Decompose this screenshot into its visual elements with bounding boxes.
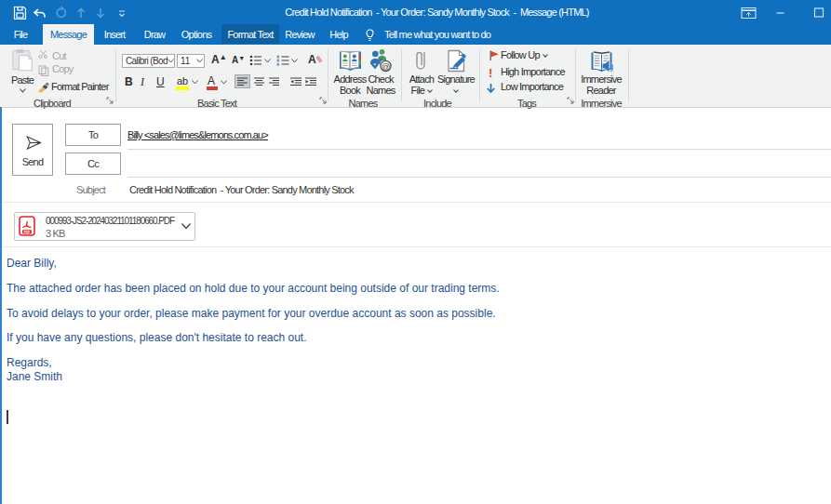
- svg-text:PDF: PDF: [24, 231, 31, 234]
- svg-text:@: @: [382, 61, 391, 72]
